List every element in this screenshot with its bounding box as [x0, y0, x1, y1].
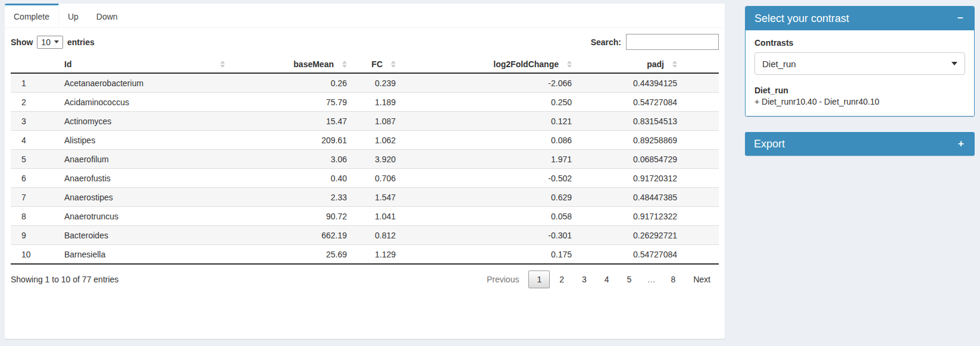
tab-content: Show 10 entries Search:	[5, 28, 725, 294]
cell-filler	[682, 188, 719, 207]
sort-icon	[567, 61, 572, 68]
cell-fc: 1.129	[352, 245, 400, 265]
pagination-next[interactable]: Next	[685, 270, 719, 288]
cell-fc: 1.189	[352, 93, 400, 112]
cell-id: Alistipes	[60, 131, 230, 150]
contrast-select[interactable]: Diet_run	[754, 52, 965, 75]
tab-up[interactable]: Up	[59, 4, 87, 27]
page-length-control: Show 10 entries	[11, 36, 95, 49]
header-log2foldchange[interactable]: log2FoldChange	[400, 56, 577, 73]
contrast-box-header: Select your contrast −	[746, 7, 974, 30]
search-input[interactable]	[626, 34, 719, 50]
table-row: 1Acetanaerobacterium0.260.239-2.0660.443…	[11, 73, 719, 93]
results-table: Id baseMean FC log2FoldChange	[11, 56, 719, 265]
tab-bar: Complete Up Down	[5, 4, 725, 28]
table-row: 8Anaerotruncus90.721.0410.0580.91712322	[11, 207, 719, 226]
cell-fc: 1.041	[352, 207, 400, 226]
header-id[interactable]: Id	[60, 56, 230, 73]
collapse-minus-icon[interactable]: −	[956, 12, 965, 24]
pagination-previous[interactable]: Previous	[478, 270, 527, 288]
search-label: Search:	[591, 37, 621, 47]
header-log2foldchange-label: log2FoldChange	[493, 59, 559, 69]
caret-down-icon	[54, 40, 59, 43]
pagination-page-2[interactable]: 2	[551, 270, 572, 288]
header-fc[interactable]: FC	[352, 56, 400, 73]
cell-fc: 1.087	[352, 112, 400, 131]
cell-id: Anaerotruncus	[60, 207, 230, 226]
cell-log2foldchange: 0.175	[400, 245, 577, 265]
table-row: 3Actinomyces15.471.0870.1210.83154513	[11, 112, 719, 131]
cell-rownum: 1	[11, 73, 60, 93]
sort-icon	[391, 61, 396, 68]
table-row: 7Anaerostipes2.331.5470.6290.48447385	[11, 188, 719, 207]
pagination-page-4[interactable]: 4	[596, 270, 618, 288]
cell-log2foldchange: 1.971	[400, 150, 577, 169]
cell-id: Anaerofustis	[60, 169, 230, 188]
cell-rownum: 10	[11, 245, 60, 265]
cell-id: Anaerostipes	[60, 188, 230, 207]
page: Complete Up Down Show 10 entries Search:	[0, 0, 980, 346]
cell-rownum: 7	[11, 188, 60, 207]
cell-rownum: 9	[11, 226, 60, 245]
table-footer: Showing 1 to 10 of 77 entries Previous12…	[11, 270, 719, 288]
cell-log2foldchange: 0.250	[400, 93, 577, 112]
cell-basemean: 0.40	[230, 169, 352, 188]
cell-basemean: 75.79	[230, 93, 352, 112]
cell-id: Barnesiella	[60, 245, 230, 265]
sidebar: Select your contrast − Contrasts Diet_ru…	[745, 6, 975, 156]
cell-fc: 3.920	[352, 150, 400, 169]
pagination-ellipsis: …	[641, 270, 661, 288]
cell-rownum: 8	[11, 207, 60, 226]
cell-rownum: 4	[11, 131, 60, 150]
cell-basemean: 25.69	[230, 245, 352, 265]
cell-basemean: 0.26	[230, 73, 352, 93]
table-controls: Show 10 entries Search:	[11, 34, 719, 50]
sort-icon	[220, 61, 225, 68]
cell-padj: 0.44394125	[577, 73, 682, 93]
cell-id: Anaerofilum	[60, 150, 230, 169]
table-row: 5Anaerofilum3.063.9201.9710.06854729	[11, 150, 719, 169]
cell-log2foldchange: -0.502	[400, 169, 577, 188]
table-row: 4Alistipes209.611.0620.0860.89258869	[11, 131, 719, 150]
cell-padj: 0.89258869	[577, 131, 682, 150]
cell-id: Actinomyces	[60, 112, 230, 131]
cell-fc: 0.706	[352, 169, 400, 188]
cell-log2foldchange: 0.629	[400, 188, 577, 207]
contrast-formula: + Diet_runr10.40 - Diet_runr40.10	[754, 96, 965, 108]
header-filler	[682, 56, 719, 73]
cell-id: Acetanaerobacterium	[60, 73, 230, 93]
page-length-value: 10	[41, 37, 51, 47]
header-padj[interactable]: padj	[577, 56, 682, 73]
show-label: Show	[11, 37, 33, 47]
cell-filler	[682, 131, 719, 150]
cell-rownum: 5	[11, 150, 60, 169]
page-length-select[interactable]: 10	[37, 36, 63, 49]
export-box-title: Export	[754, 138, 785, 150]
cell-padj: 0.48447385	[577, 188, 682, 207]
header-basemean[interactable]: baseMean	[230, 56, 352, 73]
cell-id: Acidaminococcus	[60, 93, 230, 112]
cell-rownum: 3	[11, 112, 60, 131]
pagination-page-5[interactable]: 5	[619, 270, 640, 288]
cell-filler	[682, 226, 719, 245]
table-row: 2Acidaminococcus75.791.1890.2500.5472708…	[11, 93, 719, 112]
table-row: 10Barnesiella25.691.1290.1750.54727084	[11, 245, 719, 265]
search-control: Search:	[591, 34, 719, 50]
tab-complete[interactable]: Complete	[5, 4, 59, 27]
pagination-page-1[interactable]: 1	[528, 270, 550, 288]
cell-filler	[682, 169, 719, 188]
table-row: 6Anaerofustis0.400.706-0.5020.91720312	[11, 169, 719, 188]
cell-filler	[682, 150, 719, 169]
cell-filler	[682, 245, 719, 265]
table-info: Showing 1 to 10 of 77 entries	[11, 275, 118, 284]
pagination-page-3[interactable]: 3	[574, 270, 595, 288]
pagination: Previous12345…8Next	[477, 270, 719, 288]
expand-plus-icon[interactable]: +	[956, 138, 966, 150]
export-box: Export +	[745, 132, 975, 156]
header-id-label: Id	[64, 59, 71, 69]
pagination-page-8[interactable]: 8	[662, 270, 684, 288]
cell-basemean: 3.06	[230, 150, 352, 169]
cell-padj: 0.06854729	[577, 150, 682, 169]
caret-down-icon	[951, 62, 957, 65]
tab-down[interactable]: Down	[87, 4, 127, 27]
